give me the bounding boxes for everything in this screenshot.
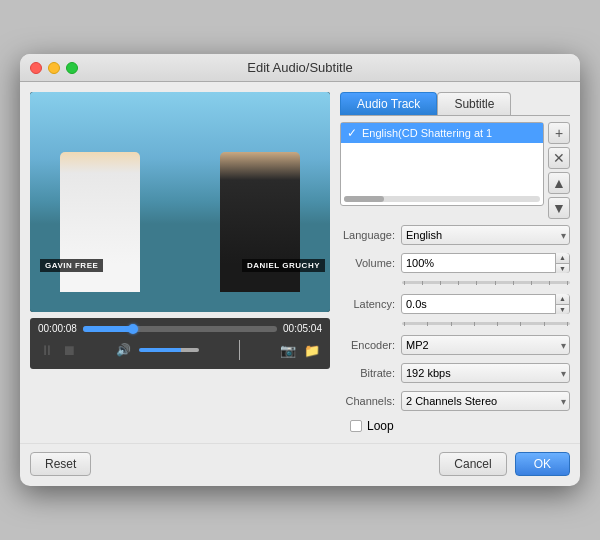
bottom-buttons: Reset Cancel OK — [20, 443, 580, 486]
volume-up[interactable]: ▲ — [555, 253, 569, 264]
track-list-empty — [341, 143, 543, 193]
tick — [427, 322, 428, 326]
encoder-label: Encoder: — [340, 339, 395, 351]
move-down-button[interactable]: ▼ — [548, 197, 570, 219]
encoder-select[interactable]: MP2 — [401, 335, 570, 355]
channels-label: Channels: — [340, 395, 395, 407]
volume-controls: 🔊 — [116, 343, 199, 357]
track-buttons: + ✕ ▲ ▼ — [548, 122, 570, 219]
bitrate-select-wrap: 192 kbps — [401, 363, 570, 383]
channels-select[interactable]: 2 Channels Stereo — [401, 391, 570, 411]
latency-label: Latency: — [340, 298, 395, 310]
channels-row: Channels: 2 Channels Stereo — [340, 391, 570, 411]
left-panel: GAVIN FREE DANIEL GRUCHY 00:00:08 00:05:… — [30, 92, 330, 433]
cancel-button[interactable]: Cancel — [439, 452, 506, 476]
add-track-button[interactable]: + — [548, 122, 570, 144]
progress-fill — [83, 326, 133, 332]
dialog-content: GAVIN FREE DANIEL GRUCHY 00:00:08 00:05:… — [20, 82, 580, 443]
tick — [567, 322, 568, 326]
language-label: Language: — [340, 229, 395, 241]
loop-row: Loop — [340, 419, 570, 433]
latency-mini-slider[interactable] — [402, 322, 570, 325]
latency-input[interactable] — [402, 298, 555, 310]
person-left-name: GAVIN FREE — [40, 259, 103, 272]
close-button[interactable] — [30, 62, 42, 74]
tick — [440, 281, 441, 285]
track-item[interactable]: ✓ English(CD Shattering at 1 — [341, 123, 543, 143]
progress-section: 00:00:08 00:05:04 ⏸ ⏹ 🔊 — [30, 318, 330, 369]
volume-spinners: ▲ ▼ — [555, 253, 569, 273]
controls-row: ⏸ ⏹ 🔊 📷 📁 — [38, 336, 322, 364]
latency-down[interactable]: ▼ — [555, 305, 569, 315]
tab-audio-track[interactable]: Audio Track — [340, 92, 437, 115]
latency-row: Latency: ▲ ▼ — [340, 294, 570, 314]
person-right-name: DANIEL GRUCHY — [242, 259, 325, 272]
reset-button[interactable]: Reset — [30, 452, 91, 476]
video-scene: GAVIN FREE DANIEL GRUCHY — [30, 92, 330, 312]
video-preview: GAVIN FREE DANIEL GRUCHY — [30, 92, 330, 312]
camera-button[interactable]: 📷 — [280, 343, 296, 358]
remove-track-button[interactable]: ✕ — [548, 147, 570, 169]
tick — [549, 281, 550, 285]
volume-slider[interactable] — [139, 348, 199, 352]
track-list-section: ✓ English(CD Shattering at 1 + ✕ ▲ ▼ — [340, 122, 570, 219]
loop-checkbox[interactable] — [350, 420, 362, 432]
tick — [495, 281, 496, 285]
traffic-lights — [30, 62, 78, 74]
time-total: 00:05:04 — [283, 323, 322, 334]
tick — [567, 281, 568, 285]
tab-row: Audio Track Subtitle — [340, 92, 570, 116]
tick — [451, 322, 452, 326]
volume-label: Volume: — [340, 257, 395, 269]
latency-spin: ▲ ▼ — [401, 294, 570, 314]
edit-audio-subtitle-dialog: Edit Audio/Subtitle GAVIN FREE DANIEL GR… — [20, 54, 580, 486]
time-current: 00:00:08 — [38, 323, 77, 334]
ok-button[interactable]: OK — [515, 452, 570, 476]
latency-spinners: ▲ ▼ — [555, 294, 569, 314]
tick — [513, 281, 514, 285]
bitrate-select[interactable]: 192 kbps — [401, 363, 570, 383]
language-select[interactable]: English — [401, 225, 570, 245]
bitrate-label: Bitrate: — [340, 367, 395, 379]
progress-thumb — [128, 324, 138, 334]
tick — [476, 281, 477, 285]
volume-slider-row — [340, 281, 570, 284]
latency-up[interactable]: ▲ — [555, 294, 569, 305]
latency-slider-row — [340, 322, 570, 325]
volume-icon: 🔊 — [116, 343, 131, 357]
language-row: Language: English — [340, 225, 570, 245]
channels-select-wrap: 2 Channels Stereo — [401, 391, 570, 411]
volume-input[interactable] — [402, 257, 555, 269]
track-scrollbar-thumb — [344, 196, 384, 202]
folder-button[interactable]: 📁 — [304, 343, 320, 358]
track-scrollbar[interactable] — [344, 196, 540, 202]
encoder-select-wrap: MP2 — [401, 335, 570, 355]
minimize-button[interactable] — [48, 62, 60, 74]
pause-button[interactable]: ⏸ — [40, 342, 54, 358]
move-up-button[interactable]: ▲ — [548, 172, 570, 194]
playback-controls: ⏸ ⏹ — [40, 342, 76, 358]
progress-bar[interactable] — [83, 326, 277, 332]
tick — [531, 281, 532, 285]
volume-down[interactable]: ▼ — [555, 264, 569, 274]
media-controls: 📷 📁 — [280, 343, 320, 358]
latency-ticks — [402, 322, 570, 326]
tick — [404, 322, 405, 326]
title-bar: Edit Audio/Subtitle — [20, 54, 580, 82]
track-item-label: English(CD Shattering at 1 — [362, 127, 492, 139]
tick — [520, 322, 521, 326]
language-select-wrap: English — [401, 225, 570, 245]
volume-mini-slider[interactable] — [402, 281, 570, 284]
maximize-button[interactable] — [66, 62, 78, 74]
encoder-row: Encoder: MP2 — [340, 335, 570, 355]
tab-subtitle[interactable]: Subtitle — [437, 92, 511, 115]
control-divider — [239, 340, 240, 360]
volume-ticks — [402, 281, 570, 285]
tick — [458, 281, 459, 285]
loop-label: Loop — [367, 419, 394, 433]
tick — [497, 322, 498, 326]
tick — [422, 281, 423, 285]
dialog-title: Edit Audio/Subtitle — [247, 60, 353, 75]
stop-button[interactable]: ⏹ — [62, 342, 76, 358]
right-panel: Audio Track Subtitle ✓ English(CD Shatte… — [340, 92, 570, 433]
